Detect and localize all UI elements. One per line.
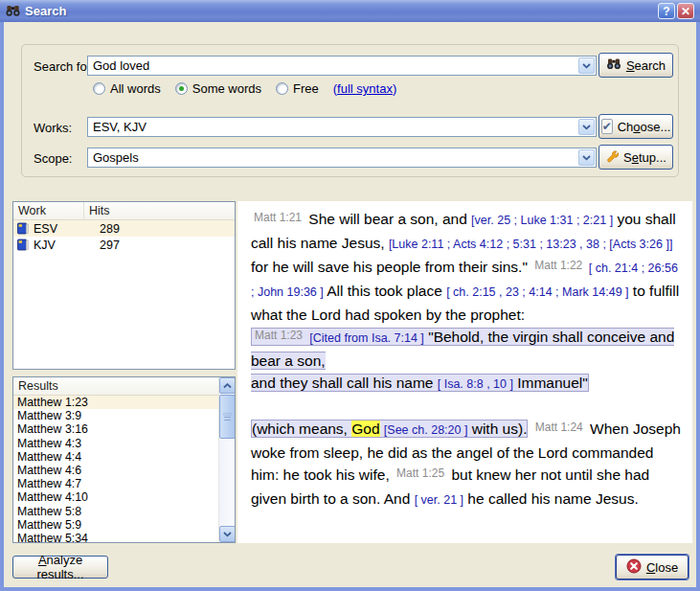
result-item[interactable]: Matthew 3:9 [13,409,218,422]
search-mode-radio-group: All wordsSome wordsFree (full syntax) [93,81,396,96]
book-icon [17,239,29,251]
work-column-header[interactable]: Work [13,202,84,220]
book-icon [17,222,29,235]
work-name: ESV [34,222,79,236]
verse-paragraph: Matt 1:23 [Cited from Isa. 7:14 ] "Behol… [251,326,683,396]
result-item[interactable]: Matthew 3:16 [13,422,218,436]
results-scrollbar[interactable] [218,377,235,542]
full-syntax-link[interactable]: full syntax [337,81,393,96]
search-for-label: Search for: [34,59,95,74]
result-item[interactable]: Matthew 4:10 [13,490,218,504]
chevron-down-icon [582,155,591,161]
result-item[interactable]: Matthew 4:4 [13,450,218,464]
search-groupbox: Search for: God loved [21,44,679,177]
works-combobox-value[interactable]: ESV, KJV [88,120,578,134]
verse-text: She will bear a son, and [305,211,471,227]
titlebar-close-button[interactable]: ✕ [677,3,694,19]
close-circle-icon [626,558,642,577]
cross-reference-link[interactable]: [Luke 2:11 ; Acts 4:12 ; 5:31 ; 13:23 , … [389,238,672,251]
cross-reference-link[interactable]: [ver. 25 ; Luke 1:31 ; 2:21 ] [471,214,613,227]
scope-combobox-value[interactable]: Gospels [88,150,578,165]
radio-label: Free [293,81,319,96]
work-row[interactable]: ESV289 [13,220,235,237]
chevron-up-icon [223,383,232,389]
scroll-down-button[interactable] [219,526,236,542]
verse-text: (which means, [252,421,351,437]
search-button[interactable]: Search [598,53,673,78]
verse-reference-label: Matt 1:25 [394,466,447,480]
choose-button[interactable]: ✔ Choose... [598,114,673,139]
search-combobox-dropdown-button[interactable] [578,57,595,74]
setup-button[interactable]: Setup... [598,145,673,170]
setup-button-label: Setup... [623,150,666,165]
verse-preview-pane[interactable]: Matt 1:21 She will bear a son, and [ver.… [237,201,692,543]
scrollbar-thumb[interactable] [219,395,236,439]
hits-column-header[interactable]: Hits [84,202,110,220]
verse-text: Immanuel" [513,375,588,391]
cross-reference-link[interactable]: [ ch. 2:15 , 23 ; 4:14 ; Mark 14:49 ] [446,285,628,299]
verse-paragraph: (which means, God [See ch. 28:20 ] with … [251,418,683,511]
results-panel: Results Matthew 1:23Matthew 3:9Matthew 3… [12,376,236,543]
full-syntax-group: (full syntax) [333,81,397,96]
chevron-down-icon [582,125,591,130]
verse-text: and they shall call his name [251,375,438,391]
works-table-header: Work Hits [13,202,235,220]
result-item[interactable]: Matthew 1:23 [13,396,218,409]
analyze-results-button[interactable]: Analyze results... [12,556,108,579]
scroll-up-button[interactable] [219,377,236,394]
cross-reference-link[interactable]: [Cited from Isa. 7:14 ] [309,331,424,345]
cross-reference-link[interactable]: [ ver. 21 ] [415,493,463,507]
wrench-icon [605,149,619,166]
work-name: KJV [34,239,79,252]
search-dialog-window: Search ? ✕ Search for: God loved [0,0,700,591]
verse-paragraph: Matt 1:21 She will bear a son, and [ver.… [251,208,683,326]
radio-option-all-words[interactable]: All words [93,81,161,96]
search-input-combobox[interactable]: God loved [87,56,597,76]
work-hits: 289 [100,222,120,236]
work-row[interactable]: KJV297 [13,237,235,253]
result-item[interactable]: Matthew 4:7 [13,477,218,490]
paren-close: ) [393,81,396,96]
result-item[interactable]: Matthew 5:9 [13,518,218,532]
titlebar[interactable]: Search ? ✕ [0,0,700,22]
verse-reference-label: Matt 1:24 [532,421,586,434]
cross-reference-link[interactable]: [See ch. 28:20 ] [384,423,468,437]
works-combobox[interactable]: ESV, KJV [87,117,597,137]
works-combobox-dropdown-button[interactable] [578,119,595,135]
scope-combobox[interactable]: Gospels [87,148,597,168]
search-combobox-value[interactable]: God loved [88,58,578,73]
search-button-label: Search [626,58,666,73]
close-button[interactable]: Close [616,555,689,580]
verse-reference-label: Matt 1:21 [251,211,305,224]
verse-text: he called his name Jesus. [463,490,639,507]
radio-option-free[interactable]: Free [276,81,319,96]
selected-verse-block: (which means, God [See ch. 28:20 ] with … [251,420,528,438]
results-list: Matthew 1:23Matthew 3:9Matthew 3:16Matth… [13,396,218,542]
radio-selected-icon[interactable] [175,82,188,95]
verse-text: with us). [467,421,527,437]
scope-combobox-dropdown-button[interactable] [578,149,595,166]
result-item[interactable]: Matthew 4:6 [13,464,218,477]
radio-label: Some words [192,81,261,96]
result-item[interactable]: Matthew 5:34 [13,532,218,542]
checkmark-icon: ✔ [601,119,613,134]
verse-reference-label: Matt 1:22 [531,259,585,272]
result-item[interactable]: Matthew 4:3 [13,437,218,450]
results-header-label: Results [13,377,58,396]
verse-text: for he will save his people from their s… [251,259,531,275]
results-header[interactable]: Results [13,377,218,396]
result-item[interactable]: Matthew 5:8 [13,505,218,518]
cross-reference-link[interactable]: [ Isa. 8:8 , 10 ] [438,377,513,391]
radio-option-some-words[interactable]: Some words [175,81,261,96]
works-table-body: ESV289KJV297 [13,220,235,253]
verse-text: All this took place [324,283,446,299]
scope-label: Scope: [34,151,72,166]
chevron-down-icon [223,532,232,537]
radio-unselected-icon[interactable] [93,82,105,95]
works-label: Works: [34,121,72,135]
radio-unselected-icon[interactable] [276,82,288,95]
search-hit-highlight: God [351,421,379,437]
analyze-results-label: Analyze results... [19,553,102,581]
radio-label: All words [110,81,161,96]
help-button[interactable]: ? [658,3,675,19]
